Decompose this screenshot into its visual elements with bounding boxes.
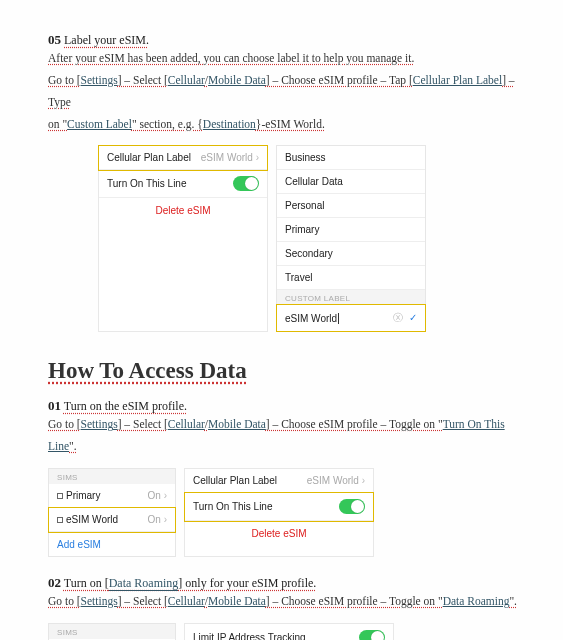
- section-heading: How To Access Data: [48, 358, 523, 384]
- custom-label-input-row[interactable]: eSIM World ⓧ ✓: [277, 305, 425, 331]
- label-option[interactable]: Primary: [277, 218, 425, 242]
- status: On: [148, 514, 161, 525]
- ios-screenshot-01: SIMs Primary On › eSIM World On › Add eS…: [48, 468, 523, 557]
- label: Cellular Plan Label: [193, 475, 277, 486]
- label: Cellular Data: [285, 176, 343, 187]
- label: eSIM World: [66, 514, 118, 525]
- label-option[interactable]: Personal: [277, 194, 425, 218]
- label: Primary: [66, 490, 100, 501]
- text: Go to [: [48, 418, 81, 430]
- label-option[interactable]: Business: [277, 146, 425, 170]
- text: " section, e.g. {: [132, 118, 203, 130]
- link-mobile-data[interactable]: Mobile Data: [208, 74, 266, 86]
- label: Travel: [285, 272, 312, 283]
- clear-icon[interactable]: ⓧ: [393, 312, 403, 323]
- label: Secondary: [285, 248, 333, 259]
- text: ] – Choose eSIM profile – Toggle on ": [266, 595, 443, 607]
- link-data-roaming[interactable]: Data Roaming: [109, 576, 179, 590]
- sim-row-esim[interactable]: eSIM World On ›: [49, 508, 175, 532]
- plan-panel: Cellular Plan Label eSIM World › Turn On…: [98, 145, 268, 332]
- delete-label: Delete eSIM: [251, 528, 306, 539]
- chevron-right-icon: ›: [164, 490, 167, 501]
- add-esim-label: Add eSIM: [57, 539, 101, 550]
- text: ] – Select [: [118, 418, 168, 430]
- ios-screenshot-02: SIMs Primary On › eSIM World On › Add eS…: [48, 623, 523, 640]
- step-title: Turn on [Data Roaming] only for your eSI…: [64, 576, 317, 590]
- custom-label-header: CUSTOM LABEL: [277, 290, 425, 305]
- text: ".: [509, 595, 517, 607]
- link-cellular[interactable]: Cellular: [168, 74, 205, 86]
- sim-indicator-icon: [57, 517, 63, 523]
- label: Personal: [285, 200, 324, 211]
- label: Limit IP Address Tracking: [193, 632, 306, 640]
- value: eSIM World: [307, 475, 359, 486]
- row-cellular-plan-label[interactable]: Cellular Plan Label eSIM World ›: [99, 146, 267, 170]
- row-turn-on-line[interactable]: Turn On This Line: [99, 170, 267, 198]
- text: Go to [: [48, 74, 81, 86]
- link-data-roaming[interactable]: Data Roaming: [443, 595, 510, 607]
- step-02: 02 Turn on [Data Roaming] only for your …: [48, 575, 523, 640]
- step-body: Go to [Settings] – Select [Cellular/Mobi…: [48, 591, 523, 613]
- step-number: 01: [48, 398, 61, 413]
- custom-label-input[interactable]: eSIM World: [285, 313, 339, 324]
- check-icon: ✓: [409, 312, 417, 323]
- step-number: 02: [48, 575, 61, 590]
- label: Cellular Plan Label: [107, 152, 191, 163]
- step-05: 05 Label your eSIM. After your eSIM has …: [48, 32, 523, 332]
- sims-header: SIMs: [49, 469, 175, 484]
- step-number: 05: [48, 32, 61, 47]
- toggle-switch[interactable]: [359, 630, 385, 640]
- row-delete-esim[interactable]: Delete eSIM: [99, 198, 267, 222]
- ios-screenshot-05: Cellular Plan Label eSIM World › Turn On…: [98, 145, 523, 332]
- label: Business: [285, 152, 326, 163]
- sim-indicator-icon: [57, 493, 63, 499]
- link-mobile-data[interactable]: Mobile Data: [208, 595, 266, 607]
- chevron-right-icon: ›: [362, 475, 365, 486]
- link-settings[interactable]: Settings: [81, 595, 118, 607]
- toggle-switch[interactable]: [233, 176, 259, 191]
- sims-panel: SIMs Primary On › eSIM World On › Add eS…: [48, 623, 176, 640]
- sim-row-primary[interactable]: Primary On ›: [49, 484, 175, 508]
- step-title: Turn on the eSIM profile.: [64, 399, 187, 413]
- row-delete-esim[interactable]: Delete eSIM: [185, 521, 373, 545]
- sims-header: SIMs: [49, 624, 175, 639]
- link-destination[interactable]: Destination: [203, 118, 256, 130]
- label: Primary: [285, 224, 319, 235]
- text: ] – Select [: [118, 74, 168, 86]
- row-cellular-plan-label[interactable]: Cellular Plan Label eSIM World ›: [185, 469, 373, 493]
- label: Turn On This Line: [107, 178, 186, 189]
- text: ] – Select [: [118, 595, 168, 607]
- link-settings[interactable]: Settings: [81, 418, 118, 430]
- row-limit-ip[interactable]: Limit IP Address Tracking: [185, 624, 393, 640]
- step-01: 01 Turn on the eSIM profile. Go to [Sett…: [48, 398, 523, 557]
- link-cellular[interactable]: Cellular: [168, 595, 205, 607]
- plan-panel: Cellular Plan Label eSIM World › Turn On…: [184, 468, 374, 557]
- status: On: [148, 490, 161, 501]
- text: ] – Choose eSIM profile – Tap [: [266, 74, 413, 86]
- row-turn-on-line[interactable]: Turn On This Line: [185, 493, 373, 521]
- label-option[interactable]: Secondary: [277, 242, 425, 266]
- text: ] – Choose eSIM profile – Toggle on ": [266, 418, 443, 430]
- label-option[interactable]: Travel: [277, 266, 425, 290]
- link-settings[interactable]: Settings: [81, 74, 118, 86]
- chevron-right-icon: ›: [256, 152, 259, 163]
- link-custom-label[interactable]: Custom Label: [67, 118, 132, 130]
- toggle-switch[interactable]: [339, 499, 365, 514]
- label-option[interactable]: Cellular Data: [277, 170, 425, 194]
- text: on ": [48, 118, 67, 130]
- settings-panel: Limit IP Address Tracking Data Roaming C…: [184, 623, 394, 640]
- link-cellular[interactable]: Cellular: [168, 418, 205, 430]
- link-mobile-data[interactable]: Mobile Data: [208, 418, 266, 430]
- step-body: Go to [Settings] – Select [Cellular/Mobi…: [48, 414, 523, 458]
- add-esim-row[interactable]: Add eSIM: [49, 532, 175, 556]
- text: Go to [: [48, 595, 81, 607]
- chevron-right-icon: ›: [164, 514, 167, 525]
- step-title: Label your eSIM.: [64, 33, 149, 47]
- delete-label: Delete eSIM: [155, 205, 210, 216]
- text: }-eSIM World.: [256, 118, 325, 130]
- value: eSIM World: [201, 152, 253, 163]
- label-options-panel: Business Cellular Data Personal Primary …: [276, 145, 426, 332]
- link-cellular-plan-label[interactable]: Cellular Plan Label: [413, 74, 502, 86]
- step-body: After your eSIM has been added, you can …: [48, 48, 523, 135]
- sims-panel: SIMs Primary On › eSIM World On › Add eS…: [48, 468, 176, 557]
